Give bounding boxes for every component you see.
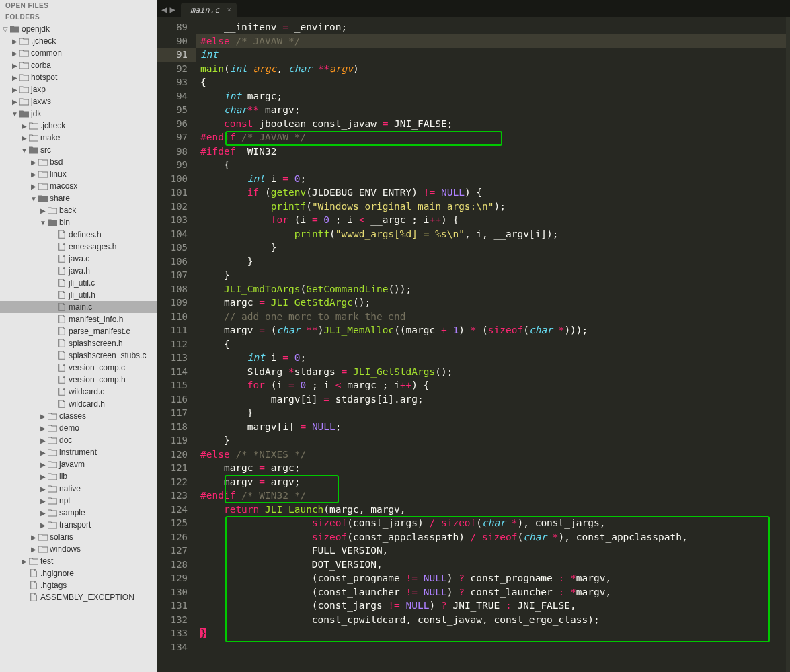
disclosure-icon[interactable]: ▶	[11, 50, 19, 57]
disclosure-icon[interactable]: ▽	[1, 26, 9, 33]
disclosure-icon[interactable]: ▶	[30, 534, 38, 541]
code-line[interactable]: char** margv;	[196, 103, 790, 117]
code-line[interactable]: __initenv = _environ;	[196, 20, 790, 34]
disclosure-icon[interactable]: ▶	[39, 449, 47, 456]
tree-file[interactable]: defines.h	[0, 228, 157, 241]
line-number[interactable]: 90	[157, 34, 196, 48]
tree-folder[interactable]: ▶jaxp	[0, 83, 157, 95]
code-line[interactable]: }	[196, 268, 790, 282]
line-number[interactable]: 105	[157, 241, 196, 255]
code-line[interactable]: #endif /* WIN32 */	[196, 489, 790, 503]
code-line[interactable]: (const_jargs != NULL) ? JNI_TRUE : JNI_F…	[196, 599, 790, 613]
code-line[interactable]: if (getenv(JLDEBUG_ENV_ENTRY) != NULL) {	[196, 185, 790, 200]
code-line[interactable]: {	[196, 75, 790, 89]
tree-folder[interactable]: ▶doc	[0, 434, 157, 446]
code-line[interactable]: JLI_CmdToArgs(GetCommandLine());	[196, 282, 790, 296]
code-line[interactable]: }	[196, 626, 790, 640]
tree-folder[interactable]: ▶make	[0, 132, 157, 144]
code-line[interactable]: return JLI_Launch(margc, margv,	[196, 503, 790, 517]
disclosure-icon[interactable]: ▶	[11, 74, 19, 81]
line-number[interactable]: 125	[157, 516, 196, 530]
disclosure-icon[interactable]: ▶	[39, 437, 47, 444]
line-number[interactable]: 119	[157, 433, 196, 448]
tree-folder[interactable]: ▶.jcheck	[0, 120, 157, 132]
minimap[interactable]	[786, 17, 790, 672]
line-number[interactable]: 121	[157, 461, 196, 475]
line-number[interactable]: 99	[157, 158, 196, 172]
tree-file[interactable]: .hgignore	[0, 567, 157, 579]
tree-folder[interactable]: ▶corba	[0, 59, 157, 71]
disclosure-icon[interactable]: ▶	[20, 122, 28, 130]
code-line[interactable]: margv = (char **)JLI_MemAlloc((margc + 1…	[196, 323, 790, 337]
line-number[interactable]: 109	[157, 296, 196, 310]
line-number[interactable]: 111	[157, 323, 196, 337]
line-number[interactable]: 133	[157, 626, 196, 640]
line-number[interactable]: 107	[157, 268, 196, 282]
line-number[interactable]: 127	[157, 544, 196, 558]
code-line[interactable]: (const_launcher != NULL) ? const_launche…	[196, 585, 790, 599]
tree-file[interactable]: jli_util.h	[0, 289, 157, 301]
line-number[interactable]: 100	[157, 172, 196, 186]
code-line[interactable]: margc = JLI_GetStdArgc();	[196, 296, 790, 310]
close-icon[interactable]: ×	[227, 5, 232, 14]
line-number[interactable]: 97	[157, 130, 196, 144]
line-number[interactable]: 117	[157, 406, 196, 420]
line-number[interactable]: 108	[157, 282, 196, 296]
line-number[interactable]: 98	[157, 144, 196, 159]
tree-folder[interactable]: ▼share	[0, 192, 157, 204]
tree-file[interactable]: main.c	[0, 301, 157, 313]
tree-folder[interactable]: ▶common	[0, 47, 157, 59]
tree-folder[interactable]: ▶back	[0, 204, 157, 216]
line-number[interactable]: 95	[157, 103, 196, 117]
code-line[interactable]: }	[196, 255, 790, 269]
tree-folder[interactable]: ▶lib	[0, 470, 157, 482]
tree-file[interactable]: splashscreen_stubs.c	[0, 349, 157, 362]
line-number[interactable]: 128	[157, 558, 196, 572]
code-line[interactable]: }	[196, 241, 790, 255]
line-number[interactable]: 114	[157, 365, 196, 379]
line-number[interactable]: 102	[157, 200, 196, 214]
tree-folder[interactable]: ▶sample	[0, 507, 157, 519]
disclosure-icon[interactable]: ▶	[11, 38, 19, 45]
tree-folder[interactable]: ▶linux	[0, 168, 157, 180]
code-line[interactable]: const_cpwildcard, const_javaw, const_erg…	[196, 613, 790, 627]
code-line[interactable]: {	[196, 337, 790, 351]
line-number[interactable]: 129	[157, 571, 196, 585]
line-number[interactable]: 93	[157, 75, 196, 89]
code-line[interactable]: margc = argc;	[196, 461, 790, 475]
line-number[interactable]: 112	[157, 337, 196, 351]
line-number[interactable]: 113	[157, 351, 196, 365]
disclosure-icon[interactable]: ▼	[30, 195, 38, 202]
code-line[interactable]: #else /* JAVAW */	[196, 34, 790, 48]
code-area[interactable]: 8990919293949596979899100101102103104105…	[157, 17, 790, 672]
code-line[interactable]: // add one more to mark the end	[196, 310, 790, 324]
tree-folder[interactable]: ▼bin	[0, 216, 157, 228]
tree-folder[interactable]: ▶instrument	[0, 446, 157, 458]
disclosure-icon[interactable]: ▼	[11, 110, 19, 118]
disclosure-icon[interactable]: ▶	[39, 207, 47, 214]
disclosure-icon[interactable]: ▶	[11, 86, 19, 93]
disclosure-icon[interactable]: ▶	[30, 171, 38, 178]
code-line[interactable]: #endif /* JAVAW */	[196, 130, 790, 144]
tree-file[interactable]: version_comp.h	[0, 374, 157, 386]
tree-folder[interactable]: ▶javavm	[0, 458, 157, 470]
code-line[interactable]: (const_progname != NULL) ? const_prognam…	[196, 571, 790, 585]
tree-file[interactable]: splashscreen.h	[0, 337, 157, 349]
tree-file[interactable]: jli_util.c	[0, 277, 157, 289]
tree-file[interactable]: version_comp.c	[0, 362, 157, 374]
line-number[interactable]: 123	[157, 489, 196, 503]
code-line[interactable]: printf("Windows original main args:\n");	[196, 200, 790, 214]
tree-folder[interactable]: ▶bsd	[0, 156, 157, 168]
code-line[interactable]: const jboolean const_javaw = JNI_FALSE;	[196, 117, 790, 131]
disclosure-icon[interactable]: ▶	[11, 62, 19, 69]
line-number[interactable]: 130	[157, 585, 196, 599]
code-line[interactable]: for (i = 0 ; i < __argc ; i++) {	[196, 213, 790, 227]
tab-mainc[interactable]: main.c×	[181, 3, 237, 17]
code-line[interactable]: int margc;	[196, 89, 790, 103]
disclosure-icon[interactable]: ▼	[20, 146, 28, 154]
disclosure-icon[interactable]: ▶	[30, 183, 38, 190]
disclosure-icon[interactable]: ▶	[39, 413, 47, 420]
disclosure-icon[interactable]: ▶	[30, 546, 38, 553]
tree-file[interactable]: wildcard.h	[0, 398, 157, 410]
tree-folder[interactable]: ▶hotspot	[0, 71, 157, 83]
